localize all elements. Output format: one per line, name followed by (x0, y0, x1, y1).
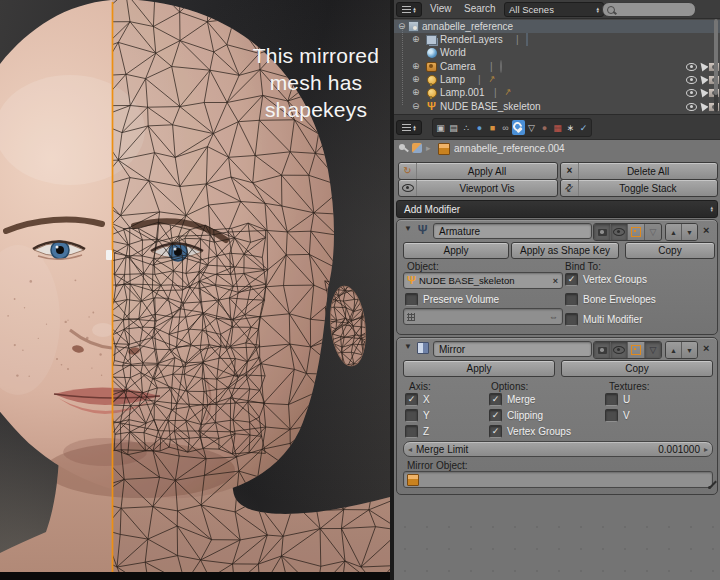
vertex-groups-checkbox[interactable]: ✓Vertex Groups (565, 273, 647, 285)
vertex-group-field[interactable]: ⇔ (403, 308, 563, 325)
modifier-name-field[interactable]: Armature (433, 223, 592, 239)
slider-left-arrow[interactable]: ◂ (408, 445, 412, 454)
collapse-triangle-icon[interactable]: ▼ (404, 225, 412, 233)
selectable-cursor-icon[interactable] (697, 100, 708, 111)
outliner-row-armature[interactable]: ⊖ Ψ NUDE BASE_skeleton (394, 100, 720, 113)
search-input[interactable] (615, 4, 679, 16)
apply-button[interactable]: Apply (403, 242, 509, 259)
copy-button[interactable]: Copy (561, 360, 713, 377)
selectable-cursor-icon[interactable] (697, 86, 708, 97)
tab-object-data-icon[interactable]: ▽ (525, 120, 538, 135)
move-up-button[interactable]: ▲ (666, 224, 682, 240)
axis-x-checkbox[interactable]: ✓X (405, 393, 430, 405)
apply-button[interactable]: Apply (403, 360, 555, 377)
axis-y-checkbox[interactable]: ✓Y (405, 409, 430, 421)
preserve-volume-checkbox[interactable]: ✓Preserve Volume (405, 293, 499, 305)
tab-texture-icon[interactable]: ▦ (551, 120, 564, 135)
outliner-row-world[interactable]: World (394, 46, 720, 59)
clipping-checkbox[interactable]: ✓Clipping (489, 409, 543, 421)
menu-search[interactable]: Search (464, 3, 496, 14)
collapse-icon[interactable]: ⊖ (412, 102, 420, 111)
tab-scene-icon[interactable]: ▤ (447, 120, 460, 135)
toggle-stack-button[interactable]: ⇄ Toggle Stack (560, 179, 718, 197)
move-up-button[interactable]: ▲ (666, 342, 682, 358)
expand-icon[interactable]: ⊕ (412, 35, 420, 44)
axis-label: Axis: (409, 381, 431, 392)
viewport-eye-toggle[interactable] (611, 342, 628, 358)
close-icon[interactable]: × (703, 224, 709, 236)
modifier-name-field[interactable]: Mirror (433, 341, 592, 357)
merge-limit-slider[interactable]: ◂ Merge Limit 0.001000 ▸ (403, 441, 713, 457)
collapse-icon[interactable]: ⊖ (398, 22, 406, 31)
tab-constraints-icon[interactable]: ∞ (499, 120, 512, 135)
add-modifier-button[interactable]: Add Modifier ▴▾ (396, 200, 718, 218)
move-down-button[interactable]: ▼ (682, 224, 697, 240)
collapse-triangle-icon[interactable]: ▼ (404, 343, 412, 351)
tab-material-icon[interactable]: ● (538, 120, 551, 135)
tab-render-layers-icon[interactable]: ∴ (460, 120, 473, 135)
tab-render-icon[interactable]: ▣ (434, 120, 447, 135)
render-toggle[interactable] (594, 342, 611, 358)
selectable-cursor-icon[interactable] (697, 60, 708, 71)
viewport-3d[interactable]: This mirrored mesh has shapekeys (0, 0, 390, 580)
cage-toggle[interactable]: ▽ (645, 342, 661, 358)
viewport-bottom-edge (0, 572, 390, 580)
multi-modifier-checkbox[interactable]: ✓Multi Modifier (565, 313, 642, 325)
slider-right-arrow[interactable]: ▸ (704, 445, 708, 454)
visibility-eye-icon[interactable] (686, 103, 697, 111)
scrollbar-handle[interactable] (714, 19, 718, 95)
tab-world-icon[interactable]: ● (473, 120, 486, 135)
invert-icon[interactable]: ⇔ (549, 312, 558, 322)
axis-z-checkbox[interactable]: ✓Z (405, 425, 429, 437)
tab-physics-icon[interactable]: ✓ (577, 120, 590, 135)
viewport-vis-button[interactable]: Viewport Vis (398, 179, 558, 197)
object-cube-icon (407, 474, 419, 486)
mirror-object-field[interactable] (403, 471, 713, 488)
render-toggle[interactable] (594, 224, 611, 240)
texture-u-checkbox[interactable]: ✓U (605, 393, 630, 405)
clear-icon[interactable]: × (553, 276, 558, 286)
tab-modifiers-icon[interactable] (512, 120, 525, 135)
visibility-eye-icon[interactable] (686, 63, 697, 71)
delete-all-button[interactable]: × Delete All (560, 162, 718, 180)
editor-type-button[interactable]: ▴▾ (396, 120, 422, 135)
editmode-toggle[interactable] (628, 224, 645, 240)
editmode-toggle[interactable] (628, 342, 645, 358)
outliner-search[interactable] (602, 2, 696, 17)
pin-icon[interactable] (399, 144, 405, 150)
outliner-row-camera[interactable]: ⊕ Camera | (394, 60, 720, 73)
texture-v-checkbox[interactable]: ✓V (605, 409, 630, 421)
armature-object-field[interactable]: Ψ NUDE BASE_skeleton × (403, 272, 563, 289)
visibility-eye-icon[interactable] (686, 76, 697, 84)
outliner-row-lamp[interactable]: ⊕ Lamp | ↗ (394, 73, 720, 86)
apply-as-shapekey-button[interactable]: Apply as Shape Key (511, 242, 619, 259)
scene-selector-dropdown[interactable]: All Scenes ▴▾ (504, 2, 604, 17)
close-icon[interactable]: × (703, 342, 709, 354)
menu-view[interactable]: View (430, 3, 452, 14)
checkbox-label: Merge (507, 394, 535, 405)
apply-all-button[interactable]: ↻ Apply All (398, 162, 558, 180)
copy-button[interactable]: Copy (625, 242, 715, 259)
outliner-scrollbar[interactable] (714, 19, 718, 112)
bone-envelopes-checkbox[interactable]: ✓Bone Envelopes (565, 293, 656, 305)
expand-icon[interactable]: ⊕ (412, 75, 420, 84)
outliner-row-scene[interactable]: ⊖ annabelle_reference (394, 20, 720, 33)
editor-type-button[interactable]: ▴▾ (396, 2, 422, 17)
vertex-groups-checkbox[interactable]: ✓Vertex Groups (489, 425, 571, 437)
outliner-row-renderlayers[interactable]: ⊕ RenderLayers | (394, 33, 720, 46)
cage-toggle[interactable]: ▽ (645, 224, 661, 240)
checkbox-label: Clipping (507, 410, 543, 421)
selectable-cursor-icon[interactable] (697, 73, 708, 84)
checkbox-label: Multi Modifier (583, 314, 642, 325)
outliner-row-lamp001[interactable]: ⊕ Lamp.001 | ↗ (394, 86, 720, 99)
row-label: Camera (440, 61, 476, 72)
expand-icon[interactable]: ⊕ (412, 88, 420, 97)
visibility-eye-icon[interactable] (686, 89, 697, 97)
tab-object-icon[interactable]: ■ (486, 120, 499, 135)
expand-icon[interactable]: ⊕ (412, 62, 420, 71)
mirror-object-label: Mirror Object: (407, 460, 468, 471)
move-down-button[interactable]: ▼ (682, 342, 697, 358)
merge-checkbox[interactable]: ✓Merge (489, 393, 535, 405)
tab-particles-icon[interactable]: ∗ (564, 120, 577, 135)
viewport-eye-toggle[interactable] (611, 224, 628, 240)
